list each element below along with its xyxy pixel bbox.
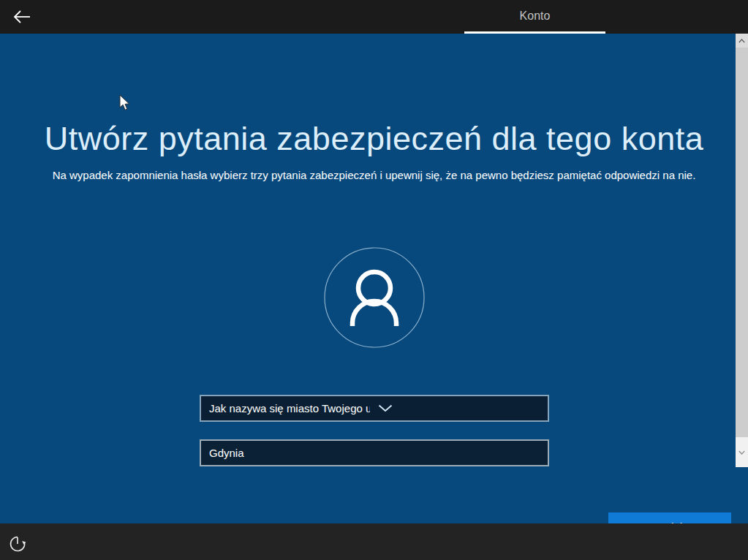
top-bar: Konto <box>0 0 748 34</box>
security-question-value: Jak nazywa się miasto Twojego urodzenia? <box>201 402 370 415</box>
user-avatar-icon <box>320 243 429 352</box>
tab-konto-label: Konto <box>520 10 551 23</box>
page-subtitle: Na wypadek zapomnienia hasła wybierz trz… <box>0 169 748 181</box>
ease-of-access-button[interactable] <box>6 533 29 555</box>
oobe-security-questions-screen: Konto Utwórz pytania zabezpieczeń dla te… <box>0 0 748 560</box>
chevron-down-icon <box>370 404 539 412</box>
chevron-down-icon <box>738 450 745 455</box>
arrow-left-icon <box>12 9 32 25</box>
chevron-up-icon <box>738 39 745 43</box>
scrollbar-down-button[interactable] <box>736 437 748 467</box>
tab-konto[interactable]: Konto <box>464 0 605 34</box>
ease-of-access-icon <box>8 534 27 553</box>
back-button[interactable] <box>6 4 38 30</box>
bottom-bar <box>0 523 748 560</box>
scrollbar-thumb[interactable] <box>736 48 748 437</box>
main-content: Utwórz pytania zabezpieczeń dla tego kon… <box>0 34 748 523</box>
security-answer-input[interactable] <box>200 439 549 466</box>
page-title: Utwórz pytania zabezpieczeń dla tego kon… <box>0 120 748 158</box>
security-question-select[interactable]: Jak nazywa się miasto Twojego urodzenia? <box>200 395 549 422</box>
scrollbar-up-button[interactable] <box>736 34 748 48</box>
scrollbar[interactable] <box>736 34 748 467</box>
